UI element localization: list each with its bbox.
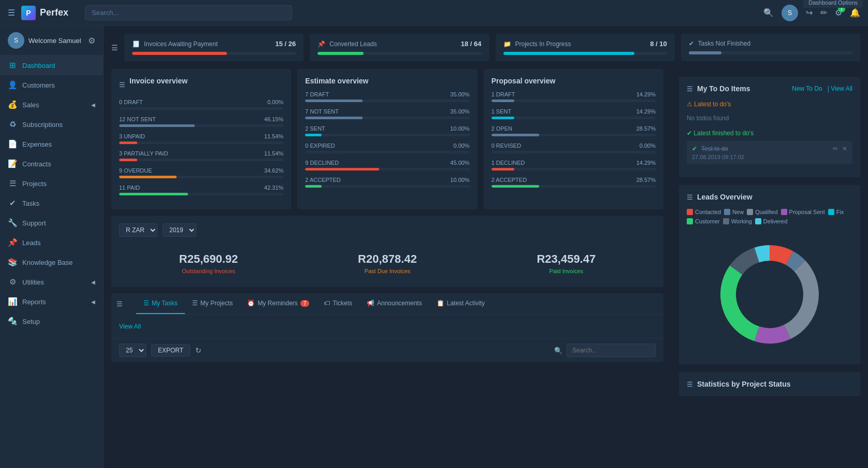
paid-amount: R23,459.47 <box>537 252 596 266</box>
overview-row: 1 DECLINED 14.29% <box>491 160 656 171</box>
refresh-icon[interactable]: ↻ <box>195 346 201 354</box>
sidebar-item-sales[interactable]: 💰 Sales ◀ <box>0 95 103 115</box>
reports-icon: 📊 <box>8 297 17 306</box>
invoices-awaiting-bar-fill <box>132 52 227 55</box>
sidebar-avatar: S <box>8 32 24 49</box>
sidebar-item-leads[interactable]: 📌 Leads <box>0 233 103 252</box>
legend-item-new: New <box>724 209 744 215</box>
export-button[interactable]: EXPORT <box>151 344 190 357</box>
converted-leads-icon: 📌 <box>317 40 325 48</box>
sidebar-username: Welcome Samuel <box>28 37 81 45</box>
stats-project-menu-icon[interactable]: ☰ <box>687 380 693 388</box>
sidebar-item-setup[interactable]: 🔩 Setup <box>0 311 103 331</box>
share-icon[interactable]: ↪ <box>806 8 813 18</box>
sidebar-item-subscriptions[interactable]: ♻ Subscriptions <box>0 115 103 134</box>
sidebar-item-contracts[interactable]: 📝 Contracts <box>0 154 103 174</box>
estimate-overview-panel: Estimate overview 7 DRAFT 35.00% 7 NOT S… <box>297 69 477 209</box>
view-all-link[interactable]: View All <box>119 323 141 330</box>
sidebar-item-knowledge-base[interactable]: 📚 Knowledge Base <box>0 252 103 272</box>
leads-overview-section: ☰ Leads Overview Contacted New Qualified… <box>679 185 860 364</box>
bell-icon[interactable]: 🔔 <box>850 8 860 18</box>
table-search-input[interactable] <box>567 344 656 357</box>
tab-latest-activity[interactable]: 📋 Latest Activity <box>429 293 492 314</box>
pastdue-amount: R20,878.42 <box>358 252 417 266</box>
currency-controls: R ZAR 2019 <box>119 223 656 237</box>
todo-menu-icon[interactable]: ☰ <box>687 85 693 93</box>
tab-tickets[interactable]: 🏷 Tickets <box>316 293 359 314</box>
invoice-panel-menu[interactable]: ☰ <box>119 81 125 89</box>
overview-row: 0 DRAFT 0.00% <box>119 99 283 110</box>
sidebar-item-customers[interactable]: 👤 Customers <box>0 75 103 95</box>
overview-row: 11 PAID 42.31% <box>119 185 283 195</box>
avatar[interactable]: S <box>782 5 798 21</box>
legend-dot <box>828 209 834 215</box>
support-label: Support <box>22 219 46 227</box>
bottom-menu-icon[interactable]: ☰ <box>111 295 128 313</box>
tab-my-tasks[interactable]: ☰ My Tasks <box>136 293 185 314</box>
estimate-overview-title: Estimate overview <box>305 77 368 85</box>
todo-item-actions: ✏ ✕ <box>833 145 847 152</box>
invoice-overview-title: Invoice overview <box>129 77 187 85</box>
todo-actions: New To Do | View All <box>792 85 852 92</box>
sidebar-item-projects[interactable]: ☰ Projects <box>0 174 103 193</box>
sidebar-toggle-icon[interactable]: ☰ <box>8 8 15 18</box>
stat-cards: 🧾 Invoices Awaiting Payment 15 / 26 📌 Co… <box>124 34 860 61</box>
sidebar-item-reports[interactable]: 📊 Reports ◀ <box>0 292 103 311</box>
currency-section: R ZAR 2019 R25,690.92 Outstanding Invoic… <box>111 216 663 287</box>
tab-announcements[interactable]: 📢 Announcements <box>359 293 429 314</box>
main-content: ☰ 🧾 Invoices Awaiting Payment 15 / 26 📌 … <box>104 26 868 468</box>
todo-check-icon: ✔ <box>692 145 697 152</box>
new-todo-link[interactable]: New To Do <box>792 85 822 92</box>
legend-item-qualified: Qualified <box>747 209 777 215</box>
tasks-not-finished-icon: ✔ <box>689 40 694 47</box>
proposal-overview-title: Proposal overview <box>491 77 556 85</box>
view-all-todo-link[interactable]: | View All <box>828 85 852 92</box>
subscriptions-label: Subscriptions <box>22 121 63 129</box>
tab-my-reminders[interactable]: ⏰ My Reminders 7 <box>240 293 316 314</box>
settings-icon[interactable]: ⚙ 1 <box>835 8 842 18</box>
overview-row: 3 UNPAID 11.54% <box>119 133 283 144</box>
legend-item-working: Working <box>723 218 752 224</box>
legend-dot <box>755 218 761 224</box>
leads-menu-icon[interactable]: ☰ <box>687 193 693 201</box>
sidebar-item-tasks[interactable]: ✔ Tasks <box>0 193 103 213</box>
projects-progress-count: 8 / 10 <box>650 40 667 48</box>
legend-dot <box>687 209 693 215</box>
todo-header: ☰ My To Do Items New To Do | View All <box>687 84 852 93</box>
sidebar-settings-icon[interactable]: ⚙ <box>88 36 95 46</box>
todo-delete-icon[interactable]: ✕ <box>842 145 847 152</box>
outstanding-amount: R25,690.92 <box>179 252 238 266</box>
outstanding-label: Outstanding Invoices <box>179 268 238 274</box>
sidebar-item-dashboard[interactable]: ⊞ Dashboard <box>0 55 103 75</box>
sidebar-item-support[interactable]: 🔧 Support <box>0 213 103 233</box>
stats-menu-icon[interactable]: ☰ <box>111 44 118 52</box>
todo-edit-icon[interactable]: ✏ <box>833 145 838 152</box>
currency-select[interactable]: R ZAR <box>119 223 157 237</box>
overview-row: 3 PARTIALLY PAID 11.54% <box>119 150 283 161</box>
overview-row: 12 NOT SENT 46.15% <box>119 116 283 127</box>
projects-label: Projects <box>22 180 47 188</box>
my-reminders-tab-label: My Reminders <box>257 300 297 307</box>
overview-row: 2 ACCEPTED 10.00% <box>305 177 469 188</box>
year-select[interactable]: 2019 <box>163 223 196 237</box>
setup-label: Setup <box>22 318 40 325</box>
sidebar-item-utilities[interactable]: ⚙ Utilities ◀ <box>0 272 103 292</box>
invoices-awaiting-title: 🧾 Invoices Awaiting Payment <box>132 40 218 48</box>
table-controls: 25 EXPORT ↻ 🔍 <box>111 338 663 362</box>
sidebar-item-expenses[interactable]: 📄 Expenses <box>0 134 103 154</box>
announcements-tab-label: Announcements <box>377 300 422 307</box>
knowledge-base-icon: 📚 <box>8 258 17 267</box>
stats-row: ☰ 🧾 Invoices Awaiting Payment 15 / 26 📌 … <box>104 26 868 69</box>
per-page-select[interactable]: 25 <box>119 344 146 357</box>
table-search-icon[interactable]: 🔍 <box>554 347 562 354</box>
search-icon[interactable]: 🔍 <box>763 8 774 18</box>
projects-progress-bar <box>503 52 667 55</box>
finished-todos-title: ✔ Latest finished to do's <box>687 130 852 137</box>
stat-card-projects-progress: 📁 Projects In Progress 8 / 10 <box>496 34 675 61</box>
overview-row: 2 SENT 10.00% <box>305 125 469 136</box>
tab-my-projects[interactable]: ☰ My Projects <box>185 293 240 314</box>
search-input[interactable] <box>85 5 292 20</box>
projects-progress-title: 📁 Projects In Progress <box>503 40 571 48</box>
tasks-icon[interactable]: ✏ <box>820 8 827 18</box>
sales-arrow-icon: ◀ <box>91 102 95 108</box>
